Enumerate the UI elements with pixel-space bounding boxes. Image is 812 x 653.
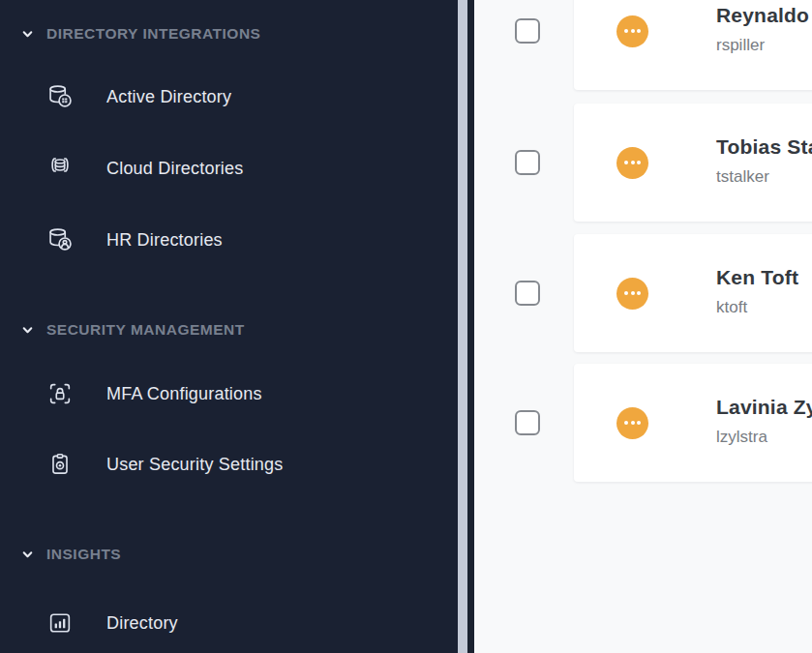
sidebar: DIRECTORY INTEGRATIONSActive DirectoryCl… <box>0 0 474 653</box>
chevron-down-icon <box>20 323 34 337</box>
user-card-texts: Lavinia Zylstralzylstra <box>716 394 812 448</box>
user-username: tstalker <box>716 166 812 188</box>
user-name: Tobias Stalker <box>716 134 812 160</box>
user-username: ktoft <box>716 297 798 318</box>
sidebar-item-directory[interactable]: Directory <box>0 602 455 644</box>
nav-section-label: DIRECTORY INTEGRATIONS <box>46 25 260 43</box>
user-card[interactable]: Lavinia Zylstralzylstra <box>574 364 812 482</box>
nav-section-header[interactable]: INSIGHTS <box>0 535 455 574</box>
user-checkbox[interactable] <box>515 410 540 435</box>
user-username: rspiller <box>716 35 812 56</box>
user-checkbox[interactable] <box>515 281 540 306</box>
user-card-texts: Tobias Stalkertstalker <box>716 134 812 188</box>
hr-directories-icon <box>46 226 74 253</box>
user-row: Tobias Stalkertstalker <box>474 104 812 222</box>
user-checkbox[interactable] <box>515 18 540 44</box>
sidebar-item-label: Cloud Directories <box>106 159 243 179</box>
insights-directory-icon <box>46 609 74 637</box>
user-row: Reynaldo Spillerrspiller <box>474 0 812 90</box>
sidebar-item-label: Active Directory <box>106 87 231 107</box>
sidebar-item-cloud-directories[interactable]: Cloud Directories <box>0 147 455 190</box>
sidebar-item-label: MFA Configurations <box>106 384 262 404</box>
user-card[interactable]: Reynaldo Spillerrspiller <box>574 0 812 90</box>
chevron-down-icon <box>20 27 34 41</box>
active-directory-icon <box>46 83 74 110</box>
ellipsis-avatar-icon <box>617 15 648 47</box>
user-card-texts: Reynaldo Spillerrspiller <box>716 2 812 56</box>
nav-section-header[interactable]: DIRECTORY INTEGRATIONS <box>0 15 455 53</box>
ellipsis-avatar-icon <box>617 278 648 310</box>
sidebar-scrollbar[interactable] <box>458 0 467 653</box>
nav-section-label: SECURITY MANAGEMENT <box>46 321 245 339</box>
user-name: Reynaldo Spiller <box>716 2 812 28</box>
user-checkbox[interactable] <box>515 150 540 175</box>
user-card[interactable]: Ken Toftktoft <box>574 234 812 352</box>
nav-section-label: INSIGHTS <box>46 546 121 563</box>
sidebar-divider <box>467 0 474 653</box>
user-list: Reynaldo SpillerrspillerTobias Stalkerts… <box>474 0 812 653</box>
user-name: Lavinia Zylstra <box>716 394 812 420</box>
sidebar-item-user-security-settings[interactable]: User Security Settings <box>0 443 455 486</box>
ellipsis-avatar-icon <box>617 407 648 439</box>
ellipsis-avatar-icon <box>617 147 648 179</box>
sidebar-item-label: HR Directories <box>106 230 223 251</box>
sidebar-item-label: Directory <box>106 613 178 634</box>
user-security-settings-icon <box>46 451 74 478</box>
sidebar-item-hr-directories[interactable]: HR Directories <box>0 219 455 261</box>
user-row: Ken Toftktoft <box>474 234 812 352</box>
mfa-configurations-icon <box>46 380 74 407</box>
sidebar-item-active-directory[interactable]: Active Directory <box>0 75 455 118</box>
cloud-directories-icon <box>46 155 74 182</box>
user-username: lzylstra <box>716 427 812 448</box>
user-card-texts: Ken Toftktoft <box>716 264 798 318</box>
nav-section-header[interactable]: SECURITY MANAGEMENT <box>0 311 455 349</box>
user-name: Ken Toft <box>716 264 798 290</box>
sidebar-item-mfa-configurations[interactable]: MFA Configurations <box>0 372 455 415</box>
user-row: Lavinia Zylstralzylstra <box>474 364 812 482</box>
chevron-down-icon <box>20 548 34 561</box>
sidebar-item-label: User Security Settings <box>106 455 283 475</box>
user-card[interactable]: Tobias Stalkertstalker <box>574 104 812 222</box>
